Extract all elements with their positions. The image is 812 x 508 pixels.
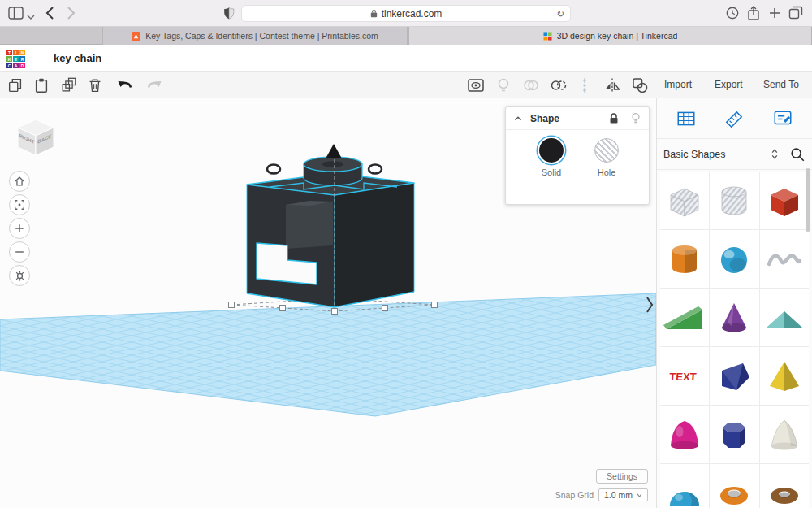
- notes-tool-button[interactable]: [769, 105, 797, 132]
- shape-item-box[interactable]: [760, 172, 809, 229]
- panel-collapse-handle[interactable]: [646, 296, 654, 316]
- workplane[interactable]: [0, 293, 656, 416]
- zoom-out-button[interactable]: [9, 241, 30, 263]
- logo-tile: I: [13, 50, 19, 55]
- tab-tinkercad[interactable]: 3D design key chain | Tinkercad: [408, 27, 812, 45]
- share-button[interactable]: [747, 5, 760, 24]
- redo-button[interactable]: [143, 75, 164, 96]
- hide-selected-button[interactable]: [493, 75, 514, 96]
- select-carets-icon[interactable]: [771, 148, 779, 160]
- hole-option[interactable]: Hole: [581, 138, 633, 177]
- view-mode-button[interactable]: [9, 265, 30, 286]
- mirror-button[interactable]: [602, 75, 623, 96]
- export-button[interactable]: Export: [715, 79, 743, 90]
- home-view-button[interactable]: [9, 171, 30, 192]
- group-button[interactable]: [520, 75, 542, 96]
- shape-item-polygon[interactable]: [710, 347, 758, 405]
- round-roof-icon: [662, 471, 707, 508]
- collapse-chevron-up-icon[interactable]: [512, 113, 524, 124]
- solid-swatch[interactable]: [539, 138, 564, 163]
- shape-item-torus[interactable]: [760, 464, 809, 508]
- fit-view-button[interactable]: [9, 194, 30, 215]
- copy-button[interactable]: [5, 75, 26, 96]
- browser-chrome: tinkercad.com ↻: [0, 0, 812, 27]
- sidebar-chevron-button[interactable]: [27, 9, 35, 24]
- shape-item-round-roof[interactable]: [660, 464, 709, 508]
- lock-shape-icon[interactable]: [608, 112, 620, 124]
- notes-icon: [772, 108, 793, 129]
- shape-item-sphere[interactable]: [710, 230, 758, 288]
- shape-item-pyramid[interactable]: [760, 347, 809, 405]
- undo-button[interactable]: [115, 75, 136, 96]
- hole-label: Hole: [581, 167, 633, 177]
- workplane-tool-button[interactable]: [672, 105, 700, 132]
- search-icon[interactable]: [789, 146, 806, 163]
- panel-scrollbar[interactable]: [806, 168, 810, 232]
- shape-category-select[interactable]: Basic Shapes: [663, 149, 766, 160]
- tab-printables[interactable]: Key Tags, Caps & Identifiers | Contest t…: [102, 27, 408, 45]
- tab-overview-button[interactable]: [788, 6, 803, 24]
- caret-down-icon: [637, 493, 642, 497]
- delete-button[interactable]: [84, 75, 106, 96]
- address-bar[interactable]: tinkercad.com ↻: [241, 5, 571, 22]
- panel-tools-row: [657, 98, 812, 139]
- wedge-icon: [662, 295, 707, 341]
- shape-item-hexagonal-prism[interactable]: [710, 406, 758, 463]
- align-button[interactable]: [574, 75, 595, 96]
- ruler-tool-button[interactable]: [720, 105, 748, 132]
- hole-swatch[interactable]: [594, 138, 619, 163]
- view-cube[interactable]: RIGHT BACK: [11, 113, 60, 165]
- show-all-button[interactable]: [465, 75, 486, 96]
- new-tab-button[interactable]: [768, 7, 781, 23]
- duplicate-button[interactable]: [58, 75, 80, 96]
- shape-item-cylinder-transparent[interactable]: [710, 172, 758, 229]
- cone-icon: [711, 295, 757, 341]
- ungroup-button[interactable]: [548, 75, 569, 96]
- shape-dialog-header: Shape: [506, 107, 649, 130]
- logo-tile: A: [13, 63, 19, 68]
- design-title[interactable]: key chain: [54, 52, 102, 64]
- privacy-report-button[interactable]: [222, 5, 235, 24]
- shape-item-half-sphere[interactable]: [760, 406, 809, 463]
- shape-overlap-button[interactable]: [629, 75, 650, 96]
- solid-option[interactable]: Solid: [525, 138, 577, 177]
- shape-item-text[interactable]: TEXT: [660, 347, 709, 405]
- scale-height-handle[interactable]: [326, 144, 342, 158]
- tinkercad-logo[interactable]: T I N K E R C A D: [6, 50, 25, 68]
- back-button[interactable]: [45, 6, 54, 24]
- send-to-button[interactable]: Send To: [763, 79, 799, 90]
- shape-item-tube[interactable]: [710, 464, 758, 508]
- refresh-icon[interactable]: ↻: [556, 8, 564, 20]
- zoom-in-button[interactable]: [9, 218, 30, 239]
- lock-icon: [370, 9, 378, 18]
- shape-item-cylinder[interactable]: [660, 230, 709, 288]
- tab-printables-label: Key Tags, Caps & Identifiers | Contest t…: [145, 31, 378, 41]
- import-button[interactable]: Import: [664, 79, 692, 90]
- zoom-out-icon: [14, 246, 25, 258]
- forward-button[interactable]: [67, 6, 76, 24]
- align-icon: [575, 76, 594, 95]
- shape-item-wedge[interactable]: [660, 289, 709, 346]
- shape-item-roof[interactable]: [760, 289, 809, 346]
- tab-overview-icon: [788, 6, 803, 20]
- ruler-icon: [723, 108, 745, 129]
- selected-object[interactable]: [247, 157, 414, 307]
- hide-shape-bulb-icon[interactable]: [631, 112, 641, 124]
- shape-item-cone[interactable]: [710, 289, 758, 346]
- snap-grid-select[interactable]: 1.0 mm: [598, 488, 648, 501]
- shapes-panel: Basic Shapes: [656, 98, 812, 508]
- shape-item-scribble[interactable]: [760, 230, 809, 288]
- settings-button[interactable]: Settings: [596, 469, 648, 484]
- box-transparent-icon: [662, 178, 707, 224]
- shape-item-box-transparent[interactable]: [660, 172, 709, 229]
- trash-icon: [86, 76, 104, 94]
- history-button[interactable]: [725, 6, 740, 24]
- keyring-loop-right: [369, 165, 382, 174]
- sidebar-toggle-button[interactable]: [8, 7, 24, 23]
- paste-button[interactable]: [31, 75, 52, 96]
- shape-item-paraboloid[interactable]: [660, 406, 709, 463]
- undo-icon: [116, 76, 136, 95]
- history-icon: [725, 6, 740, 20]
- scale-handle: [229, 302, 235, 308]
- svg-text:TEXT: TEXT: [669, 371, 697, 383]
